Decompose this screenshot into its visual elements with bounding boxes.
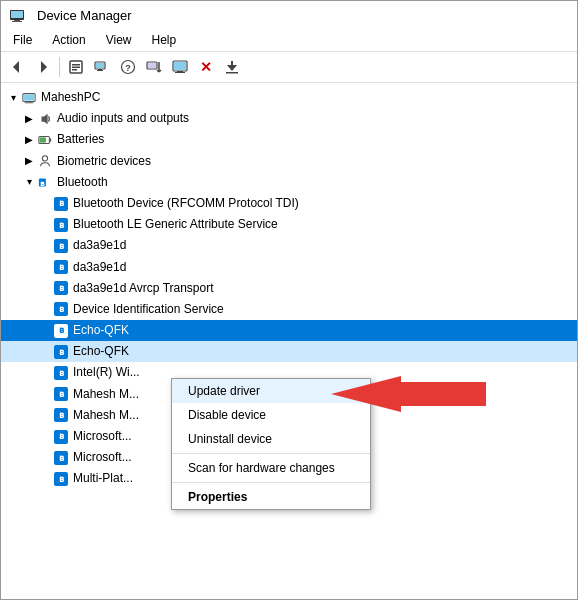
tree-bt-rfcomm[interactable]: ▶ ʙ Bluetooth Device (RFCOMM Protocol TD…: [1, 193, 577, 214]
ctx-sep-1: [172, 453, 370, 454]
uninstall-button[interactable]: ✕: [194, 55, 218, 79]
svg-rect-7: [72, 64, 80, 66]
bt-icon-12: ʙ: [53, 429, 69, 445]
tree-batteries[interactable]: ▶ Batteries: [1, 129, 577, 150]
bt-icon-9: ʙ: [53, 365, 69, 381]
svg-rect-2: [14, 20, 20, 21]
tree-bt-devid[interactable]: ▶ ʙ Device Identification Service: [1, 299, 577, 320]
root-label: MaheshPC: [41, 88, 100, 107]
svg-rect-13: [97, 70, 103, 71]
bt-avrcp-label: da3a9e1d Avrcp Transport: [73, 279, 214, 298]
tree-audio[interactable]: ▶ Audio inputs and outputs: [1, 108, 577, 129]
svg-marker-32: [42, 114, 48, 125]
svg-rect-26: [231, 61, 233, 66]
tree-root[interactable]: ▾ MaheshPC: [1, 87, 577, 108]
red-arrow: [331, 376, 491, 412]
bt-icon-7: ʙ: [53, 323, 69, 339]
biometric-icon: [37, 153, 53, 169]
tree-bt-da1[interactable]: ▶ ʙ da3a9e1d: [1, 235, 577, 256]
tree-bluetooth[interactable]: ▾ ʙ Bluetooth: [1, 172, 577, 193]
bt-intel-label: Intel(R) Wi...: [73, 363, 140, 382]
audio-label: Audio inputs and outputs: [57, 109, 189, 128]
svg-rect-17: [148, 63, 156, 68]
forward-button[interactable]: [31, 55, 55, 79]
svg-rect-34: [49, 138, 51, 142]
svg-rect-22: [174, 62, 186, 70]
svg-rect-30: [26, 101, 31, 102]
ctx-update-label: Update driver: [188, 384, 260, 398]
bt-icon-1: ʙ: [53, 196, 69, 212]
menu-file[interactable]: File: [5, 31, 40, 49]
ctx-sep-2: [172, 482, 370, 483]
batteries-expand[interactable]: ▶: [21, 132, 37, 148]
bt-icon-11: ʙ: [53, 407, 69, 423]
svg-rect-24: [175, 72, 185, 73]
biometric-label: Biometric devices: [57, 152, 151, 171]
bt-icon-6: ʙ: [53, 301, 69, 317]
svg-rect-23: [177, 71, 183, 72]
toolbar-sep-1: [59, 57, 60, 77]
bt-da1-label: da3a9e1d: [73, 236, 126, 255]
tree-bt-echo2[interactable]: ▶ ʙ Echo-QFK: [1, 341, 577, 362]
update-driver-button[interactable]: [90, 55, 114, 79]
svg-rect-11: [96, 63, 104, 68]
batteries-label: Batteries: [57, 130, 104, 149]
device-manager-window: Device Manager File Action View Help: [0, 0, 578, 600]
bt-echo2-label: Echo-QFK: [73, 342, 129, 361]
bt-ms1-label: Microsoft...: [73, 427, 132, 446]
audio-icon: [37, 111, 53, 127]
bt-icon-3: ʙ: [53, 238, 69, 254]
menu-view[interactable]: View: [98, 31, 140, 49]
tree-bt-le[interactable]: ▶ ʙ Bluetooth LE Generic Attribute Servi…: [1, 214, 577, 235]
ctx-scan-hardware[interactable]: Scan for hardware changes: [172, 456, 370, 480]
bt-mahesh2-label: Mahesh M...: [73, 406, 139, 425]
tree-bt-echo1[interactable]: ▶ ʙ Echo-QFK: [1, 320, 577, 341]
ctx-properties-label: Properties: [188, 490, 247, 504]
bt-icon-10: ʙ: [53, 386, 69, 402]
tree-bt-da2[interactable]: ▶ ʙ da3a9e1d: [1, 257, 577, 278]
svg-rect-27: [226, 72, 238, 74]
content-area: ▾ MaheshPC ▶: [1, 83, 577, 599]
arrow-container: [331, 376, 491, 415]
bt-da2-label: da3a9e1d: [73, 258, 126, 277]
bt-ms2-label: Microsoft...: [73, 448, 132, 467]
bt-icon-4: ʙ: [53, 259, 69, 275]
download-button[interactable]: [220, 55, 244, 79]
ctx-uninstall-device[interactable]: Uninstall device: [172, 427, 370, 451]
bt-echo1-label: Echo-QFK: [73, 321, 129, 340]
svg-marker-4: [13, 61, 19, 73]
monitor-button[interactable]: [168, 55, 192, 79]
tree-biometric[interactable]: ▶ Biometric devices: [1, 151, 577, 172]
bt-mahesh1-label: Mahesh M...: [73, 385, 139, 404]
audio-expand[interactable]: ▶: [21, 111, 37, 127]
svg-rect-9: [72, 69, 77, 71]
bluetooth-folder-icon: ʙ: [37, 174, 53, 190]
window-title: Device Manager: [37, 8, 132, 23]
tree-bt-avrcp[interactable]: ▶ ʙ da3a9e1d Avrcp Transport: [1, 278, 577, 299]
scan-button[interactable]: [142, 55, 166, 79]
root-expand[interactable]: ▾: [5, 90, 21, 106]
bt-devid-label: Device Identification Service: [73, 300, 224, 319]
svg-marker-5: [41, 61, 47, 73]
bt-le-label: Bluetooth LE Generic Attribute Service: [73, 215, 278, 234]
help-button[interactable]: ?: [116, 55, 140, 79]
window-icon: [9, 7, 25, 23]
svg-text:ʙ: ʙ: [40, 179, 45, 188]
biometric-expand[interactable]: ▶: [21, 153, 37, 169]
ctx-properties[interactable]: Properties: [172, 485, 370, 509]
ctx-disable-label: Disable device: [188, 408, 266, 422]
bt-multi-label: Multi-Plat...: [73, 469, 133, 488]
bt-rfcomm-label: Bluetooth Device (RFCOMM Protocol TDI): [73, 194, 299, 213]
properties-button[interactable]: [64, 55, 88, 79]
svg-point-36: [42, 156, 47, 161]
svg-rect-35: [40, 137, 46, 142]
menu-help[interactable]: Help: [144, 31, 185, 49]
back-button[interactable]: [5, 55, 29, 79]
svg-rect-29: [24, 94, 35, 100]
bt-icon-5: ʙ: [53, 280, 69, 296]
bluetooth-expand[interactable]: ▾: [21, 174, 37, 190]
svg-rect-12: [98, 69, 102, 70]
menu-action[interactable]: Action: [44, 31, 93, 49]
bt-icon-8: ʙ: [53, 344, 69, 360]
ctx-scan-label: Scan for hardware changes: [188, 461, 335, 475]
